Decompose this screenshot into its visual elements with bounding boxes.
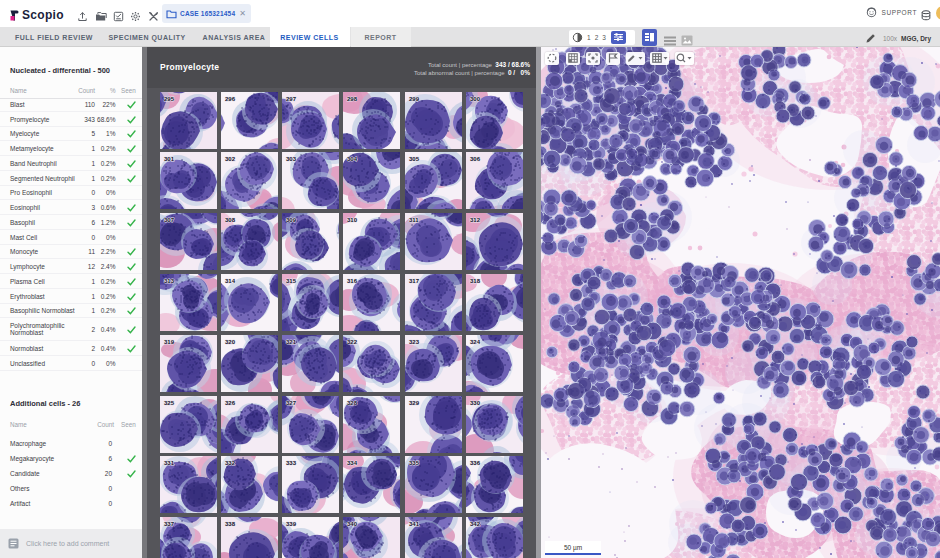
- svg-text:304: 304: [347, 156, 358, 162]
- svg-text:337: 337: [164, 521, 175, 527]
- svg-text:308: 308: [225, 217, 236, 223]
- svg-text:322: 322: [347, 339, 358, 345]
- svg-text:339: 339: [286, 521, 297, 527]
- svg-text:303: 303: [286, 156, 297, 162]
- svg-text:327: 327: [286, 400, 297, 406]
- svg-text:297: 297: [286, 96, 297, 102]
- svg-text:342: 342: [470, 521, 481, 527]
- svg-text:328: 328: [347, 400, 358, 406]
- svg-text:298: 298: [347, 96, 358, 102]
- svg-text:311: 311: [409, 217, 419, 223]
- svg-text:341: 341: [409, 521, 420, 527]
- svg-text:318: 318: [470, 278, 481, 284]
- svg-text:305: 305: [409, 156, 420, 162]
- svg-text:323: 323: [409, 339, 420, 345]
- svg-text:313: 313: [164, 278, 175, 284]
- svg-text:338: 338: [225, 521, 236, 527]
- svg-text:330: 330: [470, 400, 481, 406]
- svg-text:336: 336: [470, 460, 481, 466]
- svg-text:315: 315: [286, 278, 297, 284]
- svg-text:326: 326: [225, 400, 236, 406]
- svg-text:301: 301: [164, 156, 175, 162]
- svg-text:309: 309: [286, 217, 297, 223]
- svg-text:325: 325: [164, 400, 175, 406]
- svg-text:302: 302: [225, 156, 236, 162]
- svg-text:312: 312: [470, 217, 481, 223]
- svg-text:340: 340: [347, 521, 358, 527]
- svg-text:324: 324: [470, 339, 481, 345]
- svg-text:317: 317: [409, 278, 420, 284]
- svg-text:296: 296: [225, 96, 236, 102]
- svg-text:310: 310: [347, 217, 358, 223]
- svg-text:332: 332: [225, 460, 236, 466]
- svg-text:319: 319: [164, 339, 175, 345]
- svg-text:307: 307: [164, 217, 175, 223]
- svg-text:300: 300: [470, 96, 481, 102]
- svg-text:331: 331: [164, 460, 175, 466]
- svg-text:299: 299: [409, 96, 420, 102]
- svg-text:335: 335: [409, 460, 420, 466]
- svg-text:329: 329: [409, 400, 420, 406]
- svg-text:333: 333: [286, 460, 297, 466]
- svg-text:334: 334: [347, 460, 358, 466]
- svg-text:321: 321: [286, 339, 297, 345]
- svg-text:316: 316: [347, 278, 358, 284]
- svg-text:306: 306: [470, 156, 481, 162]
- svg-text:295: 295: [164, 96, 175, 102]
- svg-text:320: 320: [225, 339, 236, 345]
- svg-text:314: 314: [225, 278, 236, 284]
